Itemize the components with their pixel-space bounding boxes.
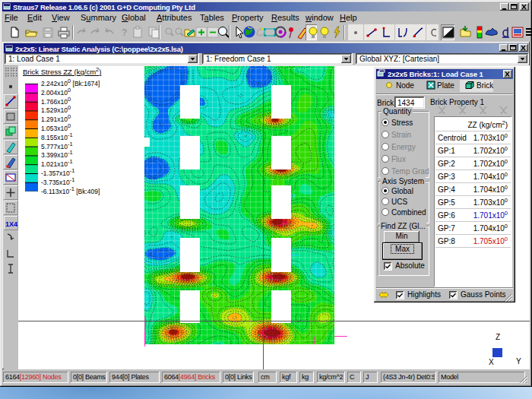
svg-text:Z: Z [496, 333, 500, 341]
svg-text:?: ? [122, 27, 127, 38]
svg-text:X: X [489, 358, 494, 366]
svg-text:1X4: 1X4 [5, 220, 17, 228]
svg-text:Y: Y [516, 357, 521, 366]
